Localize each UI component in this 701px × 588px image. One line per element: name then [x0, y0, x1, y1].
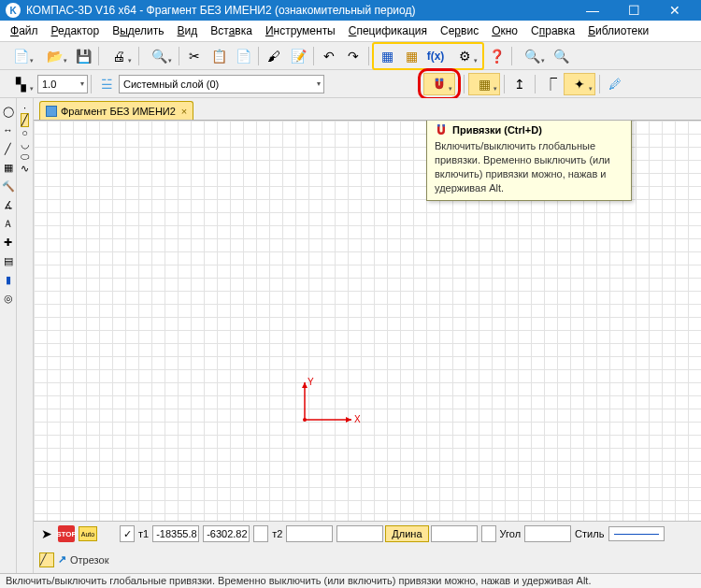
- hatch-icon[interactable]: ▦: [1, 160, 16, 175]
- library-manager-button[interactable]: ▦: [376, 45, 398, 67]
- ellipse-tool-icon[interactable]: ⬭: [21, 151, 29, 163]
- compass-icon[interactable]: Ａ: [1, 216, 16, 231]
- properties-button[interactable]: 📝: [287, 45, 309, 67]
- geometry-icon[interactable]: ◯: [1, 104, 16, 119]
- view-icon[interactable]: ▮: [1, 272, 16, 287]
- svg-marker-3: [346, 417, 351, 423]
- hammer-icon[interactable]: 🔨: [1, 179, 16, 194]
- state-button[interactable]: ▚: [5, 73, 36, 95]
- zoom-button[interactable]: 🔍: [550, 45, 572, 67]
- separator: [98, 47, 99, 65]
- scale-combo[interactable]: 1.0: [37, 75, 88, 93]
- drawing-canvas[interactable]: X Y Привязки (Ctrl+D) Включить/выключить…: [34, 121, 701, 521]
- svg-rect-8: [443, 124, 446, 127]
- menu-tools[interactable]: Инструменты: [259, 22, 342, 40]
- menu-insert[interactable]: Вставка: [204, 22, 259, 40]
- table-icon[interactable]: ▤: [1, 253, 16, 268]
- layer-toolbar: ▚ 1.0 ☱ Системный слой (0) ▦ ↥ ⎾ ✦ 🖉: [0, 70, 701, 98]
- menu-select[interactable]: Выделить: [106, 22, 170, 40]
- edit-button[interactable]: 🖉: [604, 73, 626, 95]
- document-tab[interactable]: Фрагмент БЕЗ ИМЕНИ2 ×: [39, 101, 193, 120]
- t1-x-field[interactable]: -18355.8: [152, 525, 199, 542]
- param-icon[interactable]: ∡: [1, 197, 16, 212]
- tab-close-icon[interactable]: ×: [181, 106, 187, 117]
- t1-y-field[interactable]: -6302.82: [203, 525, 250, 542]
- snap-button[interactable]: [423, 73, 455, 95]
- snap-tooltip: Привязки (Ctrl+D) Включить/выключить гло…: [426, 121, 632, 201]
- symbol-icon[interactable]: ✚: [1, 235, 16, 250]
- t2-y-field[interactable]: [336, 525, 383, 542]
- spec-icon[interactable]: ◎: [1, 291, 16, 306]
- redo-button[interactable]: ↷: [342, 45, 365, 67]
- menu-libraries[interactable]: Библиотеки: [581, 22, 655, 40]
- point-icon[interactable]: ·: [23, 102, 26, 113]
- spline-tool-icon[interactable]: ∿: [21, 163, 29, 175]
- cut-button[interactable]: ✂: [183, 45, 206, 67]
- document-tab-label: Фрагмент БЕЗ ИМЕНИ2: [61, 106, 176, 117]
- open-button[interactable]: 📂: [38, 45, 70, 67]
- separator: [179, 47, 179, 65]
- layer-icon[interactable]: ☱: [95, 73, 118, 95]
- length-field[interactable]: [431, 525, 478, 542]
- statusbar: Включить/выключить глобальные привязки. …: [0, 573, 701, 588]
- menu-file[interactable]: Файл: [4, 22, 45, 40]
- grid-button[interactable]: ▦: [468, 73, 500, 95]
- length-label[interactable]: Длина: [385, 525, 428, 542]
- t2-x-field[interactable]: [286, 525, 333, 542]
- brush-button[interactable]: 🖌: [263, 45, 285, 67]
- t2-label: т2: [270, 528, 284, 539]
- property-panel: ➤ STOP Auto ✓ т1 -18355.8 -6302.82 т2 Дл…: [34, 521, 701, 573]
- circle-tool-icon[interactable]: ○: [21, 127, 28, 138]
- save-button[interactable]: 💾: [72, 45, 94, 67]
- fx-button[interactable]: f(x): [424, 45, 447, 67]
- menu-edit[interactable]: Редактор: [45, 22, 107, 40]
- menu-view[interactable]: Вид: [171, 22, 205, 40]
- manager-group: ▦ ▦ f(x) ⚙: [372, 42, 484, 70]
- zoom-in-button[interactable]: 🔍: [516, 45, 548, 67]
- undo-button[interactable]: ↶: [318, 45, 340, 67]
- print-button[interactable]: 🖨: [103, 45, 135, 67]
- segment-tool-icon[interactable]: ╱: [21, 113, 29, 127]
- variable-manager-button[interactable]: ▦: [400, 45, 422, 67]
- menu-help[interactable]: Справка: [524, 22, 581, 40]
- separator: [91, 75, 92, 93]
- menu-service[interactable]: Сервис: [434, 22, 485, 40]
- stop-button[interactable]: STOP: [58, 525, 75, 542]
- layer-combo[interactable]: Системный слой (0): [119, 75, 324, 93]
- t2-toggle[interactable]: [253, 525, 268, 542]
- main-toolbar: 📄 📂 💾 🖨 🔍 ✂ 📋 📄 🖌 📝 ↶ ↷ ▦ ▦ f(x) ⚙ ❓ 🔍 🔍: [0, 42, 701, 70]
- x-axis-label: X: [354, 414, 361, 424]
- dimension-icon[interactable]: ↔: [1, 122, 16, 137]
- content-area: ◯ ↔ ╱ ▦ 🔨 ∡ Ａ ✚ ▤ ▮ ◎ · ╱ ○ ◡ ⬭ ∿ Фрагме…: [0, 98, 701, 573]
- preview-button[interactable]: 🔍: [143, 45, 175, 67]
- local-cs-button[interactable]: ↥: [508, 73, 531, 95]
- arc-tool-icon[interactable]: ◡: [21, 138, 30, 151]
- separator: [504, 75, 505, 93]
- menu-window[interactable]: Окно: [485, 22, 524, 40]
- t1-toggle[interactable]: ✓: [120, 525, 135, 542]
- copy-button[interactable]: 📋: [207, 45, 230, 67]
- arrow-icon[interactable]: ➤: [38, 525, 55, 542]
- svg-point-6: [303, 418, 307, 422]
- minimize-button[interactable]: —: [572, 0, 613, 21]
- round-button[interactable]: ✦: [564, 73, 595, 95]
- maximize-button[interactable]: ☐: [613, 0, 654, 21]
- window-title: КОМПАС-3D V16 x64 - Фрагмент БЕЗ ИМЕНИ2 …: [26, 4, 572, 17]
- auto-button[interactable]: Auto: [79, 526, 97, 541]
- ortho-button[interactable]: ⎾: [539, 73, 562, 95]
- angle-field[interactable]: [524, 525, 571, 542]
- line-icon[interactable]: ╱: [1, 141, 16, 156]
- segment-mode-icon[interactable]: ╱: [39, 552, 54, 567]
- new-button[interactable]: 📄: [5, 45, 36, 67]
- separator: [535, 75, 536, 93]
- settings-button[interactable]: ⚙: [449, 45, 480, 67]
- angle-toggle[interactable]: [481, 525, 496, 542]
- tooltip-body: Включить/выключить глобальные привязки. …: [435, 139, 623, 194]
- paste-button[interactable]: 📄: [232, 45, 254, 67]
- snap-highlight: [418, 68, 461, 100]
- svg-rect-1: [440, 79, 443, 81]
- help-button[interactable]: ❓: [485, 45, 508, 67]
- close-button[interactable]: ✕: [654, 0, 695, 21]
- menu-spec[interactable]: Спецификация: [342, 22, 434, 40]
- style-swatch[interactable]: [608, 526, 665, 541]
